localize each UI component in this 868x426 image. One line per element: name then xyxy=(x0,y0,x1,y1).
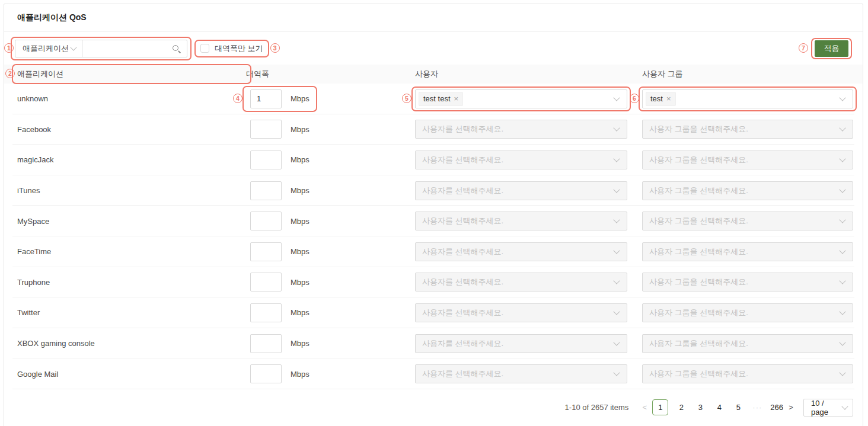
user-cell: 사용자를 선택해주세요. xyxy=(415,150,642,169)
column-header-user[interactable]: 사용자 xyxy=(415,69,642,79)
bandwidth-input[interactable] xyxy=(250,273,282,292)
annotation-marker-6: 6 xyxy=(630,94,639,103)
apply-wrap: 적용 7 xyxy=(815,40,848,57)
bandwidth-only-label: 대역폭만 보기 xyxy=(215,43,263,54)
bandwidth-input[interactable] xyxy=(250,120,282,139)
application-name: Truphone xyxy=(17,278,50,287)
search-filter-value: 애플리케이션 xyxy=(23,43,69,54)
bandwidth-input[interactable] xyxy=(250,303,282,322)
application-cell: iTunes xyxy=(17,186,246,195)
user-group-cell: 사용자 그룹을 선택해주세요. xyxy=(642,150,853,169)
bandwidth-cell: Mbps xyxy=(246,242,415,261)
apply-button[interactable]: 적용 xyxy=(815,40,848,57)
application-qos-panel: 애플리케이션 QoS 애플리케이션 1 대역폭만 보기 3 적용 7 xyxy=(4,4,863,426)
user-select[interactable]: 사용자를 선택해주세요. xyxy=(415,273,627,292)
table-row: Twitter Mbps 사용자를 선택해주세요. 사용자 그룹을 선택해주세 xyxy=(4,297,863,328)
user-group-select[interactable]: 사용자 그룹을 선택해주세요. xyxy=(642,334,853,353)
user-group-select[interactable]: 사용자 그룹을 선택해주세요. xyxy=(642,273,853,292)
bandwidth-input[interactable] xyxy=(250,89,282,108)
user-select[interactable]: 사용자를 선택해주세요. xyxy=(415,212,627,230)
annotation-marker-4: 4 xyxy=(233,94,242,103)
bandwidth-cell: Mbps xyxy=(246,150,415,169)
bandwidth-input[interactable] xyxy=(250,364,282,383)
tag-label: test xyxy=(650,94,663,103)
user-select-placeholder: 사용자를 선택해주세요. xyxy=(422,338,503,349)
next-page-icon[interactable]: > xyxy=(786,403,796,412)
user-cell: 사용자를 선택해주세요. xyxy=(415,273,642,292)
user-group-cell: 사용자 그룹을 선택해주세요. xyxy=(642,334,853,353)
user-select[interactable]: 사용자를 선택해주세요. xyxy=(415,334,627,353)
bandwidth-unit-label: Mbps xyxy=(291,125,309,134)
user-group-select[interactable]: 사용자 그룹을 선택해주세요. xyxy=(642,364,853,383)
user-group-select[interactable]: 사용자 그룹을 선택해주세요. xyxy=(642,120,853,139)
user-select[interactable]: test test× 5 xyxy=(415,89,627,108)
group-select-placeholder: 사용자 그룹을 선택해주세요. xyxy=(649,246,748,257)
remove-tag-icon[interactable]: × xyxy=(666,94,671,103)
annotation-marker-2: 2 xyxy=(5,69,15,78)
user-group-select[interactable]: 사용자 그룹을 선택해주세요. xyxy=(642,303,853,322)
bandwidth-unit-label: Mbps xyxy=(291,308,309,317)
bandwidth-unit-label: Mbps xyxy=(291,339,309,348)
user-group-select[interactable]: 사용자 그룹을 선택해주세요. xyxy=(642,181,853,200)
previous-page-icon[interactable]: < xyxy=(639,403,650,412)
bandwidth-unit-label: Mbps xyxy=(291,94,309,103)
search-icon[interactable] xyxy=(173,45,180,53)
page-button-1[interactable]: 1 xyxy=(652,399,668,415)
page-button-5[interactable]: 5 xyxy=(732,399,744,415)
page-button-2[interactable]: 2 xyxy=(675,399,687,415)
bandwidth-only-group: 대역폭만 보기 3 xyxy=(200,43,263,54)
page-button-3[interactable]: 3 xyxy=(694,399,706,415)
tag-label: test test xyxy=(423,94,451,103)
bandwidth-input[interactable] xyxy=(250,334,282,353)
search-filter-select[interactable]: 애플리케이션 xyxy=(15,40,82,57)
bandwidth-cell: Mbps 4 xyxy=(246,89,415,108)
user-select[interactable]: 사용자를 선택해주세요. xyxy=(415,150,627,169)
application-cell: FaceTime xyxy=(17,247,246,256)
chevron-down-icon xyxy=(613,125,620,132)
user-select[interactable]: 사용자를 선택해주세요. xyxy=(415,120,627,139)
pagination-summary: 1-10 of 2657 items xyxy=(565,403,629,412)
chevron-down-icon xyxy=(70,44,76,50)
bandwidth-only-checkbox[interactable] xyxy=(200,44,209,53)
user-group-select[interactable]: 사용자 그룹을 선택해주세요. xyxy=(642,242,853,261)
group-select-placeholder: 사용자 그룹을 선택해주세요. xyxy=(649,185,748,196)
user-group-select[interactable]: 사용자 그룹을 선택해주세요. xyxy=(642,212,853,230)
user-select[interactable]: 사용자를 선택해주세요. xyxy=(415,364,627,383)
chevron-down-icon xyxy=(613,247,620,254)
bandwidth-input[interactable] xyxy=(250,242,282,261)
user-group-cell: 사용자 그룹을 선택해주세요. xyxy=(642,242,853,261)
bandwidth-input[interactable] xyxy=(250,181,282,200)
column-header-application[interactable]: 애플리케이션 2 xyxy=(17,69,246,79)
column-header-user-group[interactable]: 사용자 그룹 xyxy=(642,69,853,79)
page-button-266[interactable]: 266 xyxy=(770,399,783,415)
remove-tag-icon[interactable]: × xyxy=(454,94,459,103)
user-select[interactable]: 사용자를 선택해주세요. xyxy=(415,181,627,200)
group-select-placeholder: 사용자 그룹을 선택해주세요. xyxy=(649,155,748,165)
bandwidth-input[interactable] xyxy=(250,150,282,169)
chevron-down-icon xyxy=(839,369,845,376)
user-select[interactable]: 사용자를 선택해주세요. xyxy=(415,303,627,322)
user-group-cell: test× 6 xyxy=(642,89,853,108)
user-group-cell: 사용자 그룹을 선택해주세요. xyxy=(642,212,853,230)
page-button-4[interactable]: 4 xyxy=(713,399,725,415)
chevron-down-icon xyxy=(839,278,845,284)
bandwidth-unit-label: Mbps xyxy=(291,247,309,256)
bandwidth-input[interactable] xyxy=(250,212,282,230)
user-select-placeholder: 사용자를 선택해주세요. xyxy=(422,277,503,287)
search-input[interactable] xyxy=(82,40,187,57)
selected-group-tags: test× xyxy=(646,92,676,106)
bandwidth-cell: Mbps xyxy=(246,120,415,139)
user-select[interactable]: 사용자를 선택해주세요. xyxy=(415,242,627,261)
user-group-select[interactable]: test× 6 xyxy=(642,89,853,108)
application-name: Facebook xyxy=(17,125,51,134)
user-select-placeholder: 사용자를 선택해주세요. xyxy=(422,369,503,379)
column-header-bandwidth[interactable]: 대역폭 xyxy=(246,69,415,79)
bandwidth-unit-label: Mbps xyxy=(291,155,309,164)
group-select-placeholder: 사용자 그룹을 선택해주세요. xyxy=(649,308,748,318)
page-size-select[interactable]: 10 / page xyxy=(803,399,853,417)
group-select-placeholder: 사용자 그룹을 선택해주세요. xyxy=(649,277,748,287)
user-group-cell: 사용자 그룹을 선택해주세요. xyxy=(642,273,853,292)
application-cell: Facebook xyxy=(17,125,246,134)
user-cell: 사용자를 선택해주세요. xyxy=(415,242,642,261)
user-group-select[interactable]: 사용자 그룹을 선택해주세요. xyxy=(642,150,853,169)
